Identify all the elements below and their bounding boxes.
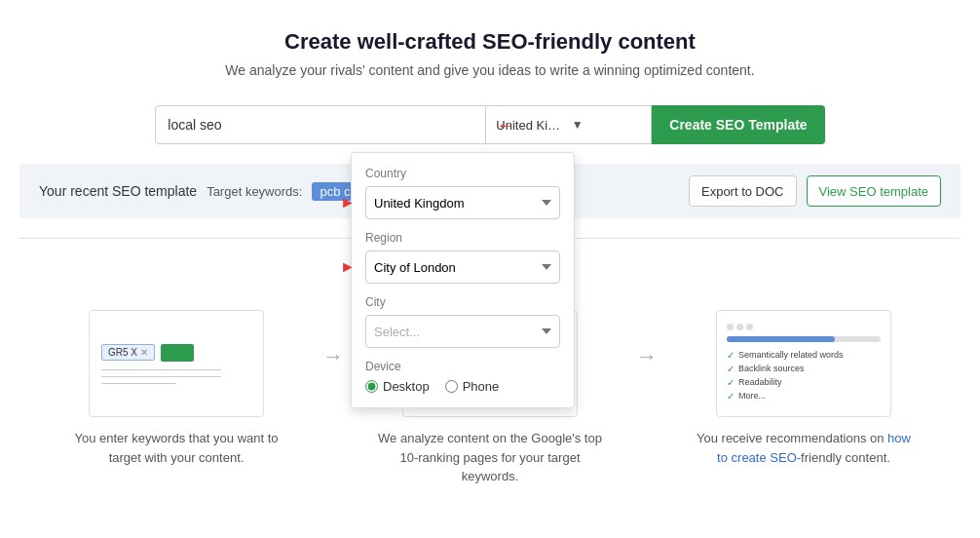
step3-check-2: ✓ Backlink sources <box>727 364 881 374</box>
step1-line-3 <box>101 383 176 384</box>
hero-section: Create well-crafted SEO-friendly content… <box>19 29 961 78</box>
step-1-illustration: GR5 X ✕ <box>89 310 264 417</box>
chevron-down-icon: ▼ <box>572 118 642 132</box>
arrow-2-3: → <box>626 344 667 369</box>
step-3-description: You receive recommendations on how to cr… <box>692 429 916 467</box>
keyword-input-wrapper: ← <box>155 105 486 144</box>
region-label: Region <box>365 231 560 245</box>
device-section: Device Desktop Phone <box>365 360 560 394</box>
target-keywords-label: Target keywords: <box>207 184 302 199</box>
step3-dot-3 <box>746 324 753 330</box>
step3-mockup: ✓ Semantically related words ✓ Backlink … <box>717 314 890 414</box>
country-select[interactable]: United Kingdom <box>365 186 560 219</box>
step-1: GR5 X ✕ You enter keywords that you want… <box>40 310 313 467</box>
page-wrapper: Create well-crafted SEO-friendly content… <box>0 0 980 521</box>
step-2-description: We analyze content on the Google's top 1… <box>378 429 602 486</box>
step-3: ✓ Semantically related words ✓ Backlink … <box>667 310 940 467</box>
step3-progress-bar-fill <box>727 336 835 342</box>
step1-green-button <box>161 344 194 362</box>
step3-check-1: ✓ Semantically related words <box>727 350 881 361</box>
create-seo-template-button[interactable]: Create SEO Template <box>652 105 824 144</box>
step1-mockup: GR5 X ✕ <box>90 332 263 396</box>
hero-subtitle: We analyze your rivals' content and give… <box>19 62 961 78</box>
step3-progress-bar-bg <box>727 336 881 342</box>
step3-check-4: ✓ More... <box>727 391 881 402</box>
step1-line-2 <box>101 376 221 377</box>
step-3-illustration: ✓ Semantically related words ✓ Backlink … <box>716 310 891 417</box>
hero-title: Create well-crafted SEO-friendly content <box>19 29 961 55</box>
device-phone-label: Phone <box>463 379 500 394</box>
country-section: Country ► United Kingdom <box>365 167 560 219</box>
seo-link[interactable]: how to create SEO- <box>717 431 911 465</box>
country-label: Country <box>365 167 560 180</box>
city-label: City <box>365 295 560 309</box>
device-desktop-label: Desktop <box>383 379 430 394</box>
step3-header-dots <box>727 324 881 330</box>
device-phone-radio[interactable] <box>445 380 458 393</box>
step3-dot-2 <box>736 324 743 330</box>
step1-input-bar: GR5 X ✕ <box>101 344 251 362</box>
view-seo-template-button[interactable]: View SEO template <box>807 175 941 207</box>
region-section: Region ► City of London <box>365 231 560 284</box>
device-phone-option[interactable]: Phone <box>445 379 500 394</box>
region-field-wrapper: ► City of London <box>365 250 560 284</box>
region-select[interactable]: City of London <box>365 250 560 284</box>
banner-actions: Export to DOC View SEO template <box>689 175 941 207</box>
recent-template-label: Your recent SEO template <box>39 183 197 199</box>
step1-line-1 <box>101 369 221 370</box>
keyword-input[interactable] <box>155 105 486 144</box>
export-to-doc-button[interactable]: Export to DOC <box>689 175 797 207</box>
city-section: City Select... <box>365 295 560 348</box>
step3-dot-1 <box>727 324 734 330</box>
country-field-wrapper: ► United Kingdom <box>365 186 560 219</box>
city-select[interactable]: Select... <box>365 315 560 348</box>
device-options: Desktop Phone <box>365 379 560 394</box>
device-desktop-option[interactable]: Desktop <box>365 379 430 394</box>
step3-check-3: ✓ Readability <box>727 377 881 388</box>
keyword-arrow-indicator: ← <box>496 114 515 136</box>
device-desktop-radio[interactable] <box>365 380 378 393</box>
arrow-1-2: → <box>313 344 354 369</box>
search-row: ← United Kingdom (D... ▼ Create SEO Temp… <box>19 105 961 144</box>
country-arrow-indicator: ► <box>340 194 356 211</box>
location-dropdown-panel: Country ► United Kingdom Region ► City o… <box>351 152 575 408</box>
device-label: Device <box>365 360 560 373</box>
region-arrow-indicator: ► <box>340 258 356 276</box>
step1-keyword-tag: GR5 X ✕ <box>101 344 155 361</box>
step-1-description: You enter keywords that you want to targ… <box>64 429 288 467</box>
